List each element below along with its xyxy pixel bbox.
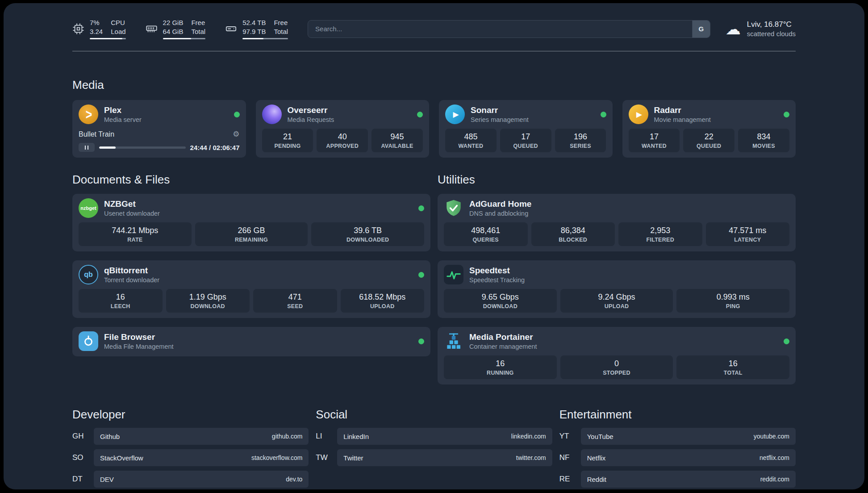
top-bar: 7% 3.24 CPU Load xyxy=(72,18,796,39)
filebrowser-subtitle: Media File Management xyxy=(104,343,174,350)
section-media: Media > Plex Media server xyxy=(72,78,796,158)
bookmark-domain: netflix.com xyxy=(760,454,789,461)
stat-seed: 471 SEED xyxy=(253,289,337,313)
plex-header: > Plex Media server xyxy=(79,104,240,124)
stat-series: 196 SERIES xyxy=(555,129,606,152)
memory-free-label: Free xyxy=(191,18,205,27)
bookmark-domain: youtube.com xyxy=(754,433,789,440)
now-playing-title: Bullet Train xyxy=(79,130,114,138)
weather-condition: scattered clouds xyxy=(747,30,796,38)
qb-glyph: qb xyxy=(84,271,93,279)
adguard-stats: 498,461 QUERIES 86,384 BLOCKED 2,953 FIL… xyxy=(444,222,789,246)
bookmark-link-youtube[interactable]: YouTube youtube.com xyxy=(581,428,796,445)
cloud-icon: ☁ xyxy=(726,21,741,37)
stat-value: 16 xyxy=(446,359,555,368)
stat-upload: 9.24 Gbps UPLOAD xyxy=(560,289,673,313)
stat-value: 485 xyxy=(447,132,495,142)
radarr-card[interactable]: ▶ Radarr Movie management 17 WANTED xyxy=(622,100,796,158)
documents-cards: nzbget NZBGet Usenet downloader 744.21 M… xyxy=(72,194,430,356)
stat-value: 744.21 Mbps xyxy=(80,226,190,235)
stat-value: 86,384 xyxy=(533,226,613,235)
plex-title: Plex xyxy=(104,105,142,116)
nzbget-card[interactable]: nzbget NZBGet Usenet downloader 744.21 M… xyxy=(72,194,430,251)
stat-available: 945 AVAILABLE xyxy=(371,129,423,152)
stat-label: AVAILABLE xyxy=(373,143,421,149)
pause-button[interactable] xyxy=(79,143,95,152)
speedtest-icon xyxy=(444,265,463,284)
bookmark-name: LinkedIn xyxy=(343,433,369,440)
nzbget-icon: nzbget xyxy=(79,198,98,218)
bookmark-abbr: RE xyxy=(559,475,575,484)
memory-icon xyxy=(146,23,158,35)
stat-value: 9.65 Gbps xyxy=(446,292,555,302)
bookmark-link-dev[interactable]: DEV dev.to xyxy=(94,471,309,488)
portainer-card[interactable]: Media Portainer Container management 16 … xyxy=(438,327,796,384)
radarr-header: ▶ Radarr Movie management xyxy=(629,104,790,124)
stat-pending: 21 PENDING xyxy=(262,129,313,152)
filebrowser-card[interactable]: File Browser Media File Management xyxy=(72,327,430,356)
dashboard-content: 7% 3.24 CPU Load xyxy=(72,3,796,488)
bookmark-domain: twitter.com xyxy=(516,454,546,461)
bookmark-domain: reddit.com xyxy=(760,476,789,483)
stat-queries: 498,461 QUERIES xyxy=(444,222,528,246)
stat-value: 618.52 Mbps xyxy=(342,292,423,302)
stat-label: DOWNLOAD xyxy=(446,303,555,309)
overseerr-header: Overseerr Media Requests xyxy=(262,104,423,124)
search-provider-button[interactable]: G xyxy=(692,21,710,38)
adguard-card[interactable]: AdGuard Home DNS and adblocking 498,461 … xyxy=(438,194,796,251)
stat-label: WANTED xyxy=(447,143,495,149)
weather-widget: ☁ Lviv, 16.87°C scattered clouds xyxy=(726,20,796,38)
stat-leech: 16 LEECH xyxy=(79,289,163,313)
bookmark-group-social: Social LI LinkedIn linkedin.com TW Twitt… xyxy=(316,408,552,466)
cpu-usage-value: 7% xyxy=(90,18,103,27)
speedtest-card[interactable]: Speedtest Speedtest Tracking 9.65 Gbps D… xyxy=(438,260,796,318)
qbittorrent-subtitle: Torrent downloader xyxy=(104,276,159,284)
bookmark-abbr: DT xyxy=(72,475,88,484)
stat-label: LEECH xyxy=(80,303,161,309)
bookmark-link-reddit[interactable]: Reddit reddit.com xyxy=(581,471,796,488)
search-input[interactable] xyxy=(308,21,692,38)
qbittorrent-card[interactable]: qb qBittorrent Torrent downloader 16 xyxy=(72,260,430,318)
nzbget-stats: 744.21 Mbps RATE 266 GB REMAINING 39.6 T… xyxy=(79,222,424,246)
cpu-load-label: Load xyxy=(111,27,125,36)
stat-label: REMAINING xyxy=(197,237,306,243)
memory-total-value: 64 GiB xyxy=(163,27,184,36)
stat-label: TOTAL xyxy=(678,370,788,376)
header-divider xyxy=(72,51,796,51)
bookmark-link-github[interactable]: Github github.com xyxy=(94,428,309,445)
portainer-title: Media Portainer xyxy=(469,332,537,343)
stat-label: SERIES xyxy=(557,143,605,149)
sonarr-header: ▶ Sonarr Series management xyxy=(445,104,606,124)
stat-download: 1.19 Gbps DOWNLOAD xyxy=(166,289,250,313)
cpu-icon xyxy=(72,23,84,35)
bookmark-groups: Developer GH Github github.com SO StackO… xyxy=(72,408,796,488)
filebrowser-title: File Browser xyxy=(104,332,174,343)
stat-value: 471 xyxy=(255,292,335,302)
bookmark-link-linkedin[interactable]: LinkedIn linkedin.com xyxy=(337,428,552,445)
stat-label: DOWNLOAD xyxy=(168,303,248,309)
social-group-title: Social xyxy=(316,408,552,422)
plex-icon: > xyxy=(79,104,98,124)
stat-label: RATE xyxy=(80,237,190,243)
radarr-title: Radarr xyxy=(654,105,711,116)
bookmark-linkedin: LI LinkedIn linkedin.com xyxy=(316,428,552,445)
playback-progress-bar[interactable] xyxy=(99,146,186,149)
plex-card[interactable]: > Plex Media server Bullet Train ⚙ xyxy=(72,100,246,158)
bookmark-link-netflix[interactable]: Netflix netflix.com xyxy=(581,449,796,466)
player-settings-gear-icon[interactable]: ⚙ xyxy=(233,130,239,139)
sonarr-card[interactable]: ▶ Sonarr Series management 485 WANTED xyxy=(439,100,613,158)
stat-value: 39.6 TB xyxy=(313,226,422,235)
dashboard-window: 7% 3.24 CPU Load xyxy=(4,3,864,489)
stat-label: PENDING xyxy=(264,143,312,149)
stat-value: 17 xyxy=(630,132,678,142)
bookmark-name: Twitter xyxy=(343,454,363,462)
bookmark-link-twitter[interactable]: Twitter twitter.com xyxy=(337,449,552,466)
sonarr-status-dot xyxy=(601,112,606,117)
bookmark-link-stackoverflow[interactable]: StackOverflow stackoverflow.com xyxy=(94,449,309,466)
bookmark-name: DEV xyxy=(100,476,114,483)
disk-total-label: Total xyxy=(274,27,288,36)
bookmark-abbr: YT xyxy=(559,432,575,441)
overseerr-card[interactable]: Overseerr Media Requests 21 PENDING 40 A… xyxy=(256,100,430,158)
bookmark-domain: dev.to xyxy=(286,476,302,483)
utilities-section-title: Utilities xyxy=(438,173,796,187)
